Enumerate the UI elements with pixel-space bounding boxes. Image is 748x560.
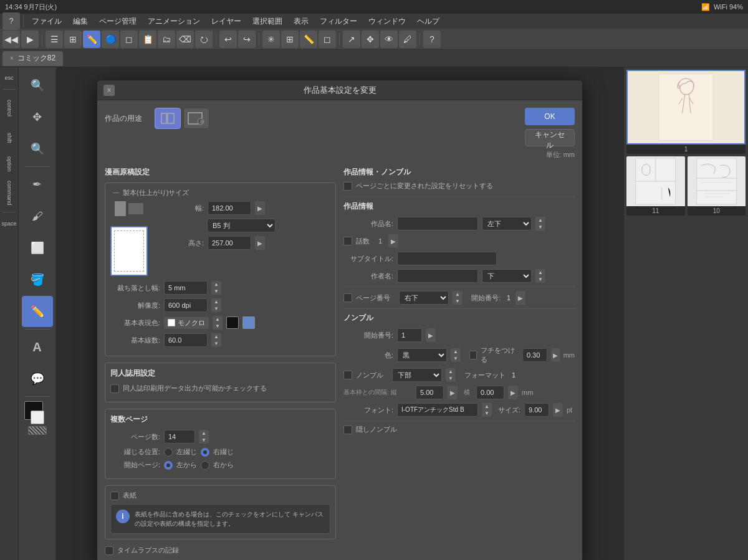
portrait-icon[interactable] xyxy=(115,201,126,216)
menu-page[interactable]: ページ管理 xyxy=(94,15,141,28)
menu-help[interactable]: ヘルプ xyxy=(412,15,444,28)
tool-eraser[interactable]: ⬜ xyxy=(22,232,53,263)
sidebar-option[interactable]: option xyxy=(3,151,16,176)
preset-select[interactable]: B5 判 xyxy=(207,219,276,232)
page-num-pos-up[interactable]: ▲ xyxy=(453,291,463,298)
line-input[interactable] xyxy=(164,333,208,347)
line-up[interactable]: ▲ xyxy=(211,333,221,340)
tool-fill[interactable]: 🪣 xyxy=(22,264,53,295)
start-right-radio[interactable] xyxy=(201,461,209,470)
toolbar-transform[interactable]: ↗ xyxy=(343,31,360,48)
page-num-pos-select[interactable]: 右下 xyxy=(399,291,449,305)
nombr-pos-select[interactable]: 下部 xyxy=(392,368,442,382)
nombr-border-input[interactable] xyxy=(522,348,547,362)
menu-edit[interactable]: 編集 xyxy=(68,15,93,28)
base-margin-v-arrow[interactable]: ▶ xyxy=(448,386,458,399)
nombr-border-arrow[interactable]: ▶ xyxy=(551,348,560,362)
menu-window[interactable]: ウィンドウ xyxy=(363,15,411,28)
menu-animation[interactable]: アニメーション xyxy=(143,15,205,28)
tool-pen1[interactable]: ✒ xyxy=(22,169,53,200)
tool-move[interactable]: ✥ xyxy=(22,102,53,133)
width-arrow[interactable]: ▶ xyxy=(255,201,265,215)
resolution-input[interactable] xyxy=(164,298,208,312)
toolbar-tool6[interactable]: ⌫ xyxy=(176,31,194,48)
nombr-start-arrow[interactable]: ▶ xyxy=(426,328,436,342)
ok-button[interactable]: OK xyxy=(525,108,575,125)
nombr-start-input[interactable] xyxy=(397,328,422,342)
toolbar-undo[interactable]: ↩ xyxy=(219,31,237,48)
base-margin-v-input[interactable] xyxy=(416,386,444,399)
nombr-color-down[interactable]: ▼ xyxy=(451,355,461,362)
thumb-10[interactable]: 10 xyxy=(688,156,746,216)
binding-left-radio[interactable] xyxy=(164,448,173,457)
page-num-pos-down[interactable]: ▼ xyxy=(453,298,463,305)
purpose-comic-btn[interactable] xyxy=(155,108,181,129)
line-down[interactable]: ▼ xyxy=(211,340,221,347)
toolbar-move[interactable]: ✥ xyxy=(362,31,379,48)
sidebar-space[interactable]: space xyxy=(1,216,17,232)
bleed-down[interactable]: ▼ xyxy=(211,288,221,295)
help-icon-btn[interactable]: ? xyxy=(2,12,20,30)
tool-zoom[interactable]: 🔍 xyxy=(22,133,53,164)
sidebar-esc[interactable]: esc xyxy=(1,70,17,86)
cover-checkbox[interactable] xyxy=(110,491,119,500)
tab-comic82[interactable]: × コミック82 xyxy=(2,51,63,66)
pages-up[interactable]: ▲ xyxy=(199,430,209,437)
tool-text[interactable]: A xyxy=(22,331,53,363)
start-left-radio[interactable] xyxy=(164,461,173,470)
reset-checkbox[interactable] xyxy=(343,182,352,191)
toolbar-pen[interactable]: 🖊 xyxy=(399,31,416,48)
work-pos-up[interactable]: ▲ xyxy=(535,217,545,224)
toolbar-grid[interactable]: ⊞ xyxy=(64,31,82,48)
color-swatch-black[interactable] xyxy=(226,316,239,329)
mono-icon[interactable]: モノクロ xyxy=(164,317,209,329)
toolbar-tool4[interactable]: 📋 xyxy=(139,31,156,48)
tool-speech[interactable]: 💬 xyxy=(22,363,53,394)
author-pos-up[interactable]: ▲ xyxy=(535,269,545,276)
sidebar-control[interactable]: control xyxy=(3,93,16,124)
toolbar-nav-left[interactable]: ◀◀ xyxy=(2,31,20,48)
font-size-input[interactable] xyxy=(524,403,549,417)
doujin-checkbox[interactable] xyxy=(110,384,119,393)
episode-checkbox[interactable] xyxy=(343,237,352,245)
binding-right-radio[interactable] xyxy=(201,448,209,457)
width-input[interactable] xyxy=(208,201,251,215)
purpose-other-btn[interactable]: ⚙ xyxy=(183,108,209,129)
pages-down[interactable]: ▼ xyxy=(199,437,209,444)
menu-filter[interactable]: フィルター xyxy=(315,15,362,28)
nombr-checkbox[interactable] xyxy=(343,371,352,379)
background-swatch[interactable] xyxy=(31,411,44,424)
mono-up[interactable]: ▲ xyxy=(213,316,223,323)
work-pos-select[interactable]: 左下 xyxy=(482,217,532,230)
cancel-button[interactable]: キャンセル xyxy=(525,129,575,146)
base-margin-h-input[interactable] xyxy=(476,386,504,399)
hidden-nombr-checkbox[interactable] xyxy=(343,425,352,434)
nombr-color-up[interactable]: ▲ xyxy=(451,348,461,355)
nombr-color-select[interactable]: 黒 xyxy=(397,348,447,362)
nombr-pos-down[interactable]: ▼ xyxy=(446,375,456,382)
work-name-input[interactable] xyxy=(397,217,478,230)
menu-file[interactable]: ファイル xyxy=(27,15,67,28)
toolbar-help[interactable]: ? xyxy=(423,31,441,48)
resolution-up[interactable]: ▲ xyxy=(211,298,221,305)
toolbar-nav-right[interactable]: ▶ xyxy=(21,31,39,48)
toolbar-ruler[interactable]: 📏 xyxy=(300,31,317,48)
toolbar-bg[interactable]: ◻ xyxy=(319,31,336,48)
nombr-border-check[interactable] xyxy=(469,351,477,359)
menu-select[interactable]: 選択範囲 xyxy=(247,15,287,28)
page-num-checkbox[interactable] xyxy=(343,293,352,302)
timelapse-checkbox[interactable] xyxy=(105,546,113,555)
resolution-down[interactable]: ▼ xyxy=(211,305,221,312)
toolbar-tool7[interactable]: ⭮ xyxy=(195,31,213,48)
episode-arrow[interactable]: ▶ xyxy=(388,234,398,248)
bleed-up[interactable]: ▲ xyxy=(211,281,221,288)
author-input[interactable] xyxy=(397,269,478,283)
mono-down[interactable]: ▼ xyxy=(213,323,223,330)
start-num-arrow[interactable]: ▶ xyxy=(515,291,525,305)
toolbar-snap[interactable]: ✳ xyxy=(262,31,280,48)
tool-search[interactable]: 🔍 xyxy=(22,70,53,101)
font-down[interactable]: ▼ xyxy=(482,410,492,417)
tool-active[interactable]: ✏️ xyxy=(22,296,53,327)
menu-view[interactable]: 表示 xyxy=(289,15,314,28)
color-swatch-blue[interactable] xyxy=(242,316,255,329)
